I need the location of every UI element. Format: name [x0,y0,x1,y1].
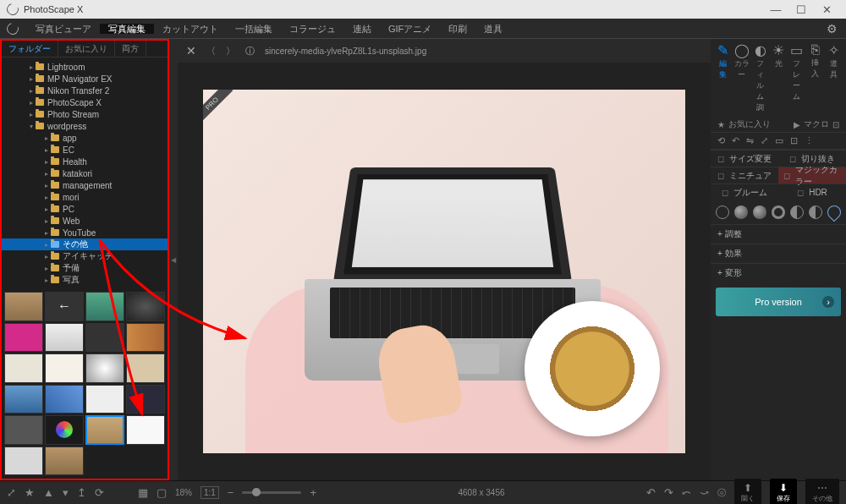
ratio-button[interactable]: 1:1 [201,486,219,499]
image-canvas[interactable]: PRO [178,63,711,480]
folder-tree[interactable]: ▸Lightroom▸MP Navigator EX▸Nikon Transfe… [2,58,168,289]
folder-MP Navigator EX[interactable]: ▸MP Navigator EX [2,73,168,85]
minimize-button[interactable]: — [763,3,788,16]
tool-ブルーム[interactable]: ◻ ブルーム [711,184,778,200]
grid-icon[interactable]: ▢ [157,486,167,499]
history-undo-icon[interactable]: ⤺ [682,486,691,499]
close-button[interactable]: ✕ [814,3,839,16]
folder-mori[interactable]: ▸mori [2,191,168,203]
pro-version-banner[interactable]: Pro version [716,288,841,316]
edit-tool-道具[interactable]: ✧道具 [826,42,841,113]
thumbnail-3[interactable] [126,292,165,321]
expand-icon[interactable]: ⤢ [7,486,16,499]
upload-icon[interactable]: ↥ [77,486,86,499]
play-icon[interactable]: ▶ [794,120,800,129]
edit-tool-光[interactable]: ☀光 [771,42,786,113]
tool-サイズ変更[interactable]: ◻ サイズ変更 [711,150,778,167]
edit-tool-編集[interactable]: ✎編集 [716,42,731,113]
transform-icon[interactable]: ⇋ [746,135,754,146]
main-tab-8[interactable]: 道具 [475,24,511,34]
folder-katakori[interactable]: ▸katakori [2,167,168,179]
transform-icon[interactable]: ▭ [775,135,783,146]
transform-icon[interactable]: ⊡ [790,135,798,146]
thumbnail-16[interactable] [4,415,43,445]
thumbnail-10[interactable] [85,353,124,383]
thumbnail-13[interactable] [45,385,84,414]
settings-gear-icon[interactable]: ⚙ [827,22,838,36]
accordion-効果[interactable]: + 効果 [711,244,846,263]
main-tab-6[interactable]: GIFアニメ [380,24,440,34]
folder-Photo Stream[interactable]: ▸Photo Stream [2,108,168,120]
thumbnail-14[interactable] [85,385,124,414]
zoom-out-icon[interactable]: − [228,486,234,499]
folder-Web[interactable]: ▸Web [2,215,168,227]
tool-ミニチュア[interactable]: ◻ ミニチュア [711,167,778,184]
dropdown-icon[interactable]: ⊡ [832,120,839,129]
transform-icon[interactable]: ⟲ [717,135,725,146]
open-button[interactable]: ⬆開く [734,479,761,504]
undo-icon[interactable]: ↶ [646,486,656,499]
thumbnail-2[interactable] [85,292,124,321]
folder-tab-1[interactable]: お気に入り [58,41,115,57]
edit-tool-フィルム調[interactable]: ◐フィルム調 [753,42,768,113]
main-tab-3[interactable]: 一括編集 [227,24,281,34]
next-image-icon[interactable]: 〉 [226,45,235,58]
zoom-in-icon[interactable]: + [310,486,316,499]
edit-tool-フレーム[interactable]: ▭フレーム [789,42,805,113]
info-icon[interactable]: ⓘ [245,45,255,58]
fit-icon[interactable]: ▦ [138,486,148,499]
folder-予備[interactable]: ▸予備 [2,262,168,274]
sort-down-icon[interactable]: ▾ [63,486,69,499]
thumbnail-18[interactable] [85,415,124,445]
more-button[interactable]: ⋯その他 [805,479,839,504]
thumbnail-19[interactable] [126,415,165,445]
thumbnail-5[interactable] [45,323,84,353]
folder-PhotoScape X[interactable]: ▸PhotoScape X [2,96,168,108]
redo-icon[interactable]: ↷ [664,486,673,499]
transform-icon[interactable]: ⤢ [761,135,768,146]
history-redo-icon[interactable]: ⤻ [700,486,709,499]
thumbnail-11[interactable] [126,353,165,383]
accordion-変形[interactable]: + 変形 [711,263,846,282]
thumbnail-20[interactable] [4,446,43,476]
folder-Nikon Transfer 2[interactable]: ▸Nikon Transfer 2 [2,85,168,96]
panel-resize-handle[interactable] [169,39,178,480]
zoom-slider[interactable] [242,491,301,494]
edit-tool-カラー[interactable]: ◯カラー [734,42,750,113]
star-icon[interactable]: ★ [25,486,35,499]
thumbnail-0[interactable] [4,292,43,321]
main-tab-7[interactable]: 印刷 [440,24,475,34]
close-image-icon[interactable]: ✕ [186,44,196,58]
vignette-shape-row[interactable] [711,200,846,224]
thumbnail-21[interactable] [45,446,84,476]
thumbnail-1[interactable]: ← [45,292,84,321]
compare-icon[interactable]: ⦾ [717,486,726,500]
folder-EC[interactable]: ▸EC [2,144,168,156]
edit-tool-挿入[interactable]: ⎘挿入 [808,42,823,113]
main-tab-2[interactable]: カットアウト [154,24,227,34]
star-icon[interactable]: ★ [717,120,725,129]
folder-アイキャッチ[interactable]: ▸アイキャッチ [2,250,168,262]
main-tab-0[interactable]: 写真ビューア [27,24,100,34]
thumbnail-7[interactable] [126,323,165,353]
tool-HDR[interactable]: ◻ HDR [778,184,846,200]
thumbnail-17[interactable] [45,415,84,445]
thumbnail-8[interactable] [4,353,43,383]
main-tab-5[interactable]: 連結 [344,24,380,34]
folder-写真[interactable]: ▸写真 [2,274,168,286]
main-tab-4[interactable]: コラージュ [281,24,344,34]
folder-Health[interactable]: ▸Health [2,156,168,167]
maximize-button[interactable]: ☐ [788,3,814,16]
folder-Lightroom[interactable]: ▸Lightroom [2,61,168,73]
thumbnail-4[interactable] [4,323,43,353]
folder-YouTube[interactable]: ▸YouTube [2,227,168,238]
folder-app[interactable]: ▸app [2,132,168,144]
folder-management[interactable]: ▸management [2,179,168,191]
folder-その他[interactable]: ▸その他 [2,238,168,250]
folder-tab-0[interactable]: フォルダー [2,41,58,57]
transform-icon[interactable]: ⋮ [805,135,814,146]
main-tab-1[interactable]: 写真編集 [100,24,154,34]
sort-up-icon[interactable]: ▲ [43,486,54,499]
thumbnail-15[interactable] [126,385,165,414]
transform-icon[interactable]: ↶ [732,135,739,146]
